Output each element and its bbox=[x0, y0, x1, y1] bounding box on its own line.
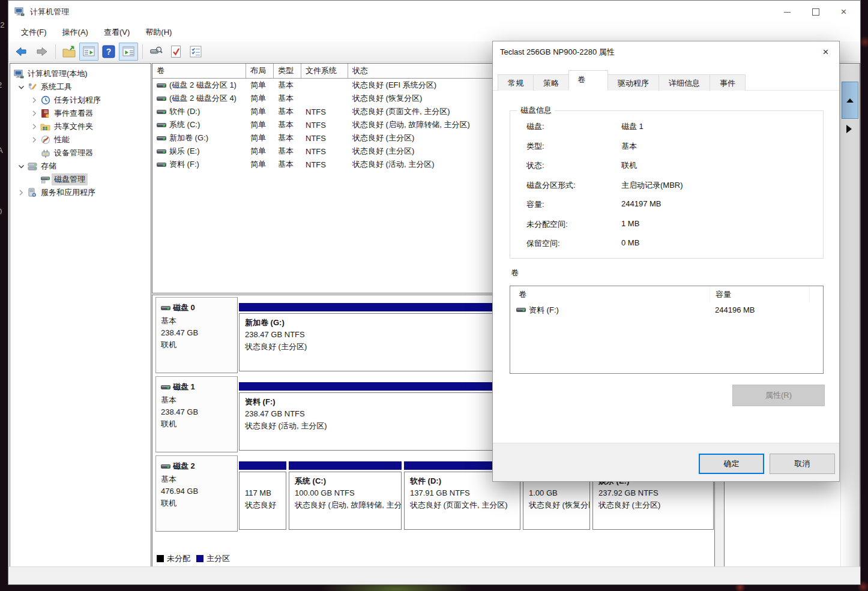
properties-dialog: Teclast 256GB NP900-2280 属性 × 常规策略卷驱动程序详… bbox=[492, 41, 840, 482]
disk-name: 磁盘 0 bbox=[173, 302, 195, 314]
partition-size: 137.91 GB NTFS bbox=[410, 487, 514, 499]
volume-status: 状态良好 (主分区) bbox=[352, 146, 414, 157]
column-header-capacity[interactable]: 容量 bbox=[710, 286, 809, 302]
cancel-button[interactable]: 取消 bbox=[770, 454, 835, 474]
menu-action[interactable]: 操作(A) bbox=[55, 23, 96, 41]
sidebar-item-performance[interactable]: 性能 bbox=[10, 133, 151, 146]
column-header-0[interactable]: 卷 bbox=[152, 64, 246, 78]
sidebar-item-services-apps[interactable]: 服务和应用程序 bbox=[10, 186, 151, 199]
volume-status: 状态良好 (EFI 系统分区) bbox=[352, 80, 436, 91]
sidebar-item-label: 服务和应用程序 bbox=[38, 187, 98, 199]
partition[interactable]: 系统 (C:)100.00 GB NTFS状态良好 (启动, 故障转储, 主分区… bbox=[289, 455, 402, 532]
info-value: 0 MB bbox=[621, 238, 639, 250]
sidebar-item-event-viewer[interactable]: 事件查看器 bbox=[10, 107, 151, 120]
chevron-down-icon[interactable] bbox=[16, 162, 26, 170]
tab-details[interactable]: 详细信息 bbox=[659, 74, 710, 91]
column-header-2[interactable]: 类型 bbox=[274, 64, 301, 78]
svg-text:?: ? bbox=[106, 47, 112, 56]
info-label: 容量: bbox=[526, 199, 621, 211]
disk-header[interactable]: 磁盘 1基本238.47 GB联机 bbox=[155, 376, 238, 452]
sidebar-item-storage[interactable]: 存储 bbox=[10, 160, 151, 173]
volume-icon bbox=[157, 122, 166, 128]
chevron-right-icon[interactable] bbox=[29, 109, 39, 118]
menu-help[interactable]: 帮助(H) bbox=[137, 23, 179, 41]
partition[interactable]: 117 MB状态良好 bbox=[239, 455, 286, 532]
chevron-right-icon[interactable] bbox=[29, 96, 39, 104]
sidebar-item-task-scheduler[interactable]: 任务计划程序 bbox=[10, 94, 151, 107]
expand-arrow-icon[interactable] bbox=[846, 125, 852, 133]
disk-info-row: 容量:244197 MB bbox=[526, 199, 817, 211]
volume-name: (磁盘 2 磁盘分区 4) bbox=[169, 93, 237, 104]
dialog-close-button[interactable]: × bbox=[812, 41, 839, 63]
menu-file[interactable]: 文件(F) bbox=[13, 23, 55, 41]
help-icon[interactable]: ? bbox=[99, 43, 118, 61]
close-button[interactable]: × bbox=[830, 1, 858, 23]
volume-layout: 简单 bbox=[250, 119, 266, 130]
volume-fs: NTFS bbox=[306, 147, 326, 156]
info-value: 基本 bbox=[621, 141, 637, 153]
disk-header[interactable]: 磁盘 0基本238.47 GB联机 bbox=[155, 297, 238, 373]
tab-strip: 常规策略卷驱动程序详细信息事件 bbox=[498, 70, 745, 91]
disk-status: 联机 bbox=[161, 418, 237, 430]
tab-volumes[interactable]: 卷 bbox=[568, 70, 608, 91]
partition-legend: 未分配主分区 bbox=[157, 553, 236, 564]
sidebar-item-disk-management[interactable]: 磁盘管理 bbox=[10, 173, 151, 186]
action-pane-icon[interactable] bbox=[119, 43, 138, 61]
tab-policies[interactable]: 策略 bbox=[533, 74, 569, 91]
column-header-1[interactable]: 布局 bbox=[246, 64, 274, 78]
disk-size: 238.47 GB bbox=[161, 406, 237, 418]
sidebar-item-root[interactable]: 计算机管理(本地) bbox=[10, 67, 151, 80]
ok-button[interactable]: 确定 bbox=[699, 454, 764, 474]
chevron-right-icon[interactable] bbox=[29, 122, 39, 131]
tab-driver[interactable]: 驱动程序 bbox=[607, 74, 659, 91]
maximize-button[interactable] bbox=[801, 1, 830, 23]
sidebar-item-system-tools[interactable]: 系统工具 bbox=[10, 80, 151, 94]
sidebar-item-label: 磁盘管理 bbox=[52, 173, 88, 185]
checklist-icon[interactable] bbox=[186, 43, 205, 61]
scroll-up-button[interactable] bbox=[842, 82, 858, 119]
back-icon[interactable] bbox=[12, 43, 31, 61]
partition-size: 117 MB bbox=[245, 487, 280, 499]
volumes-listbox-header: 卷 容量 bbox=[510, 286, 823, 302]
volume-icon bbox=[516, 307, 526, 313]
minimize-button[interactable] bbox=[773, 1, 801, 23]
forward-icon[interactable] bbox=[32, 43, 51, 61]
tab-events[interactable]: 事件 bbox=[710, 74, 746, 91]
partition-color-band bbox=[239, 461, 286, 470]
partition-status: 状态良好 (主分区) bbox=[598, 499, 708, 511]
console-tree-icon[interactable] bbox=[79, 43, 98, 61]
chevron-down-icon[interactable] bbox=[16, 83, 26, 91]
sidebar-item-label: 事件查看器 bbox=[52, 107, 95, 119]
volume-icon bbox=[157, 148, 166, 155]
device-scan-icon[interactable] bbox=[146, 43, 166, 61]
disk-header[interactable]: 磁盘 2基本476.94 GB联机 bbox=[155, 455, 238, 532]
groupbox-label: 磁盘信息 bbox=[517, 105, 555, 116]
volume-icon bbox=[157, 95, 166, 102]
volume-icon bbox=[157, 161, 166, 168]
volume-name: 资料 (F:) bbox=[529, 305, 559, 316]
column-header-3[interactable]: 文件系统 bbox=[301, 64, 348, 78]
menu-view[interactable]: 查看(V) bbox=[96, 23, 137, 41]
export-list-icon[interactable] bbox=[59, 43, 79, 61]
sidebar-item-device-manager[interactable]: 设备管理器 bbox=[10, 146, 151, 160]
volume-type: 基本 bbox=[278, 106, 294, 117]
volume-icon bbox=[157, 109, 166, 115]
desktop-artifact: 2 bbox=[0, 80, 2, 89]
volumes-listbox[interactable]: 卷 容量 资料 (F:)244196 MB bbox=[510, 286, 824, 374]
disk-info-row: 类型:基本 bbox=[526, 141, 817, 153]
actions-scrollbar[interactable] bbox=[840, 64, 860, 567]
dialog-volume-row[interactable]: 资料 (F:)244196 MB bbox=[510, 302, 823, 317]
partition-name: 系统 (C:) bbox=[295, 475, 396, 487]
properties-button[interactable]: 属性(R) bbox=[732, 385, 825, 406]
info-value: 联机 bbox=[621, 160, 637, 172]
volume-layout: 简单 bbox=[250, 133, 266, 143]
info-value: 244197 MB bbox=[621, 199, 662, 211]
chevron-right-icon[interactable] bbox=[29, 136, 39, 144]
sidebar-item-shared-folders[interactable]: 共享文件夹 bbox=[10, 120, 151, 133]
partition-size: 237.92 GB NTFS bbox=[598, 487, 708, 499]
chevron-right-icon[interactable] bbox=[16, 188, 26, 197]
check-document-icon[interactable] bbox=[166, 43, 185, 61]
volume-name: 软件 (D:) bbox=[169, 106, 200, 117]
tab-general[interactable]: 常规 bbox=[498, 74, 534, 91]
column-header-volume[interactable]: 卷 bbox=[510, 286, 710, 302]
